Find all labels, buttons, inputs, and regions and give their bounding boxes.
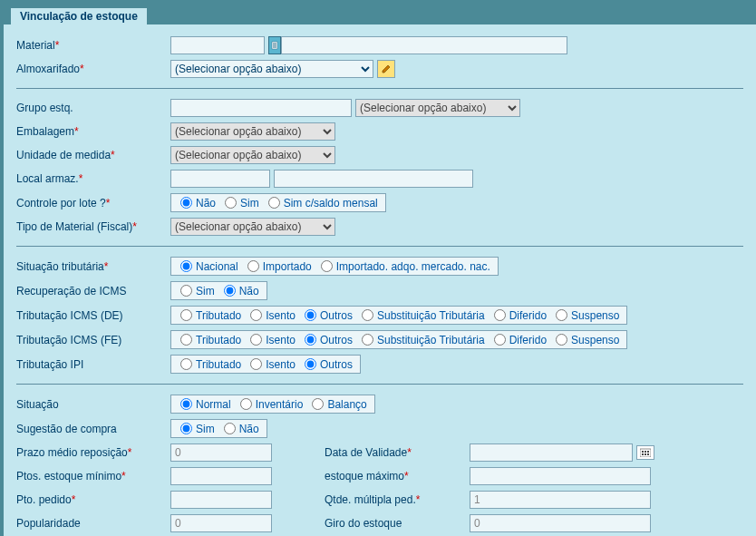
ipi-tributado[interactable]: Tributado	[175, 358, 245, 371]
label-trib-de: Tributação ICMS (DE)	[16, 309, 170, 322]
sit-normal[interactable]: Normal	[175, 398, 235, 411]
ipi-isento[interactable]: Isento	[245, 358, 299, 371]
label-material: Material*	[16, 39, 170, 52]
svg-rect-6	[645, 451, 646, 453]
embalagem-select[interactable]: (Selecionar opção abaixo)	[170, 122, 335, 141]
recup-icms-group: Sim Não	[170, 281, 267, 300]
sit-nacional[interactable]: Nacional	[175, 260, 242, 273]
local-input-2[interactable]	[274, 170, 473, 188]
label-pto-min: Ptos. estoque mínimo*	[16, 470, 170, 482]
tab-bar: Vinculação de estoque	[4, 5, 756, 24]
local-input-1[interactable]	[170, 170, 270, 188]
label-data-val: Data de Validade*	[325, 446, 470, 459]
recup-nao[interactable]: Não	[218, 285, 263, 297]
sug-nao[interactable]: Não	[218, 423, 263, 435]
unidade-select[interactable]: (Selecionar opção abaixo)	[170, 146, 335, 164]
label-sit-trib: Situação tributária*	[16, 260, 170, 273]
sit-inventario[interactable]: Inventário	[235, 398, 307, 411]
ipi-outros[interactable]: Outros	[299, 358, 356, 371]
prazo-input[interactable]	[170, 443, 272, 462]
controle-sim-saldo[interactable]: Sim c/saldo mensal	[263, 197, 382, 210]
trib-fe-group: Tributado Isento Outros Substituição Tri…	[170, 330, 627, 349]
fe-diferido[interactable]: Diferido	[489, 334, 550, 346]
label-prazo: Prazo médio reposição*	[16, 446, 170, 459]
popular-input[interactable]	[170, 514, 272, 532]
label-controle: Controle por lote ?*	[16, 197, 170, 210]
de-diferido[interactable]: Diferido	[489, 309, 550, 322]
svg-rect-4	[640, 449, 651, 457]
fe-tributado[interactable]: Tributado	[175, 334, 245, 346]
tipo-fiscal-select[interactable]: (Selecionar opção abaixo)	[170, 218, 335, 236]
label-trib-ipi: Tributação IPI	[16, 358, 170, 371]
calendar-icon[interactable]	[636, 445, 654, 460]
est-max-input[interactable]	[470, 467, 651, 485]
recup-sim[interactable]: Sim	[175, 285, 218, 297]
pto-min-input[interactable]	[170, 467, 272, 485]
fe-sub[interactable]: Substituição Tributária	[356, 334, 489, 346]
fe-outros[interactable]: Outros	[299, 334, 356, 346]
svg-rect-7	[647, 451, 649, 453]
de-suspenso[interactable]: Suspenso	[550, 309, 623, 322]
trib-ipi-group: Tributado Isento Outros	[170, 355, 361, 374]
fe-isento[interactable]: Isento	[245, 334, 299, 346]
trib-de-group: Tributado Isento Outros Substituição Tri…	[170, 306, 627, 325]
pto-ped-input[interactable]	[170, 491, 272, 509]
sit-imp-adq[interactable]: Importado. adqo. mercado. nac.	[315, 260, 494, 273]
almox-edit-icon[interactable]	[377, 60, 395, 78]
de-tributado[interactable]: Tributado	[175, 309, 245, 322]
label-grupo: Grupo estq.	[16, 102, 170, 114]
sit-trib-group: Nacional Importado Importado. adqo. merc…	[170, 257, 499, 276]
material-desc-input[interactable]	[281, 36, 567, 54]
sit-balanco[interactable]: Balanço	[306, 398, 370, 411]
sugestao-group: Sim Não	[170, 419, 267, 438]
svg-rect-10	[647, 453, 649, 455]
label-unidade: Unidade de medida*	[16, 149, 170, 161]
label-popular: Popularidade	[16, 517, 170, 530]
label-situacao: Situação	[16, 398, 170, 411]
de-sub[interactable]: Substituição Tributária	[356, 309, 489, 322]
label-almox: Almoxarifado*	[16, 63, 170, 75]
label-embalagem: Embalagem*	[16, 125, 170, 138]
qtde-mult-input[interactable]	[470, 491, 651, 509]
svg-rect-5	[642, 451, 644, 453]
controle-sim[interactable]: Sim	[219, 197, 263, 210]
controle-nao[interactable]: Não	[175, 197, 219, 210]
giro-input[interactable]	[470, 514, 651, 532]
label-qtde-mult: Qtde. múltipla ped.*	[325, 493, 470, 506]
fe-suspenso[interactable]: Suspenso	[550, 334, 623, 346]
label-pto-ped: Pto. pedido*	[16, 493, 170, 506]
sit-importado[interactable]: Importado	[242, 260, 315, 273]
data-val-input[interactable]	[470, 443, 633, 462]
tab-label: Vinculação de estoque	[20, 10, 138, 23]
de-outros[interactable]: Outros	[299, 309, 356, 322]
svg-rect-9	[645, 453, 646, 455]
label-giro: Giro do estoque	[325, 517, 470, 530]
label-est-max: estoque máximo*	[325, 470, 470, 482]
material-lookup-icon[interactable]	[268, 36, 281, 54]
separator-1	[16, 88, 743, 89]
label-sugestao: Sugestão de compra	[16, 423, 170, 435]
almox-select[interactable]: (Selecionar opção abaixo)	[170, 60, 373, 78]
material-code-input[interactable]	[170, 36, 265, 54]
sug-sim[interactable]: Sim	[175, 423, 218, 435]
controle-radio-group: Não Sim Sim c/saldo mensal	[170, 193, 386, 212]
grupo-input[interactable]	[170, 99, 352, 117]
label-recup-icms: Recuperação de ICMS	[16, 285, 170, 297]
grupo-select[interactable]: (Selecionar opção abaixo)	[355, 99, 520, 117]
label-tipo-fiscal: Tipo de Material (Fiscal)*	[16, 220, 170, 233]
separator-3	[16, 384, 743, 385]
situacao-group: Normal Inventário Balanço	[170, 395, 375, 414]
label-local: Local armaz.*	[16, 172, 170, 185]
tab-vinculacao[interactable]: Vinculação de estoque	[11, 8, 147, 24]
de-isento[interactable]: Isento	[245, 309, 299, 322]
separator-2	[16, 246, 743, 247]
svg-rect-8	[642, 453, 644, 455]
label-trib-fe: Tributação ICMS (FE)	[16, 334, 170, 346]
